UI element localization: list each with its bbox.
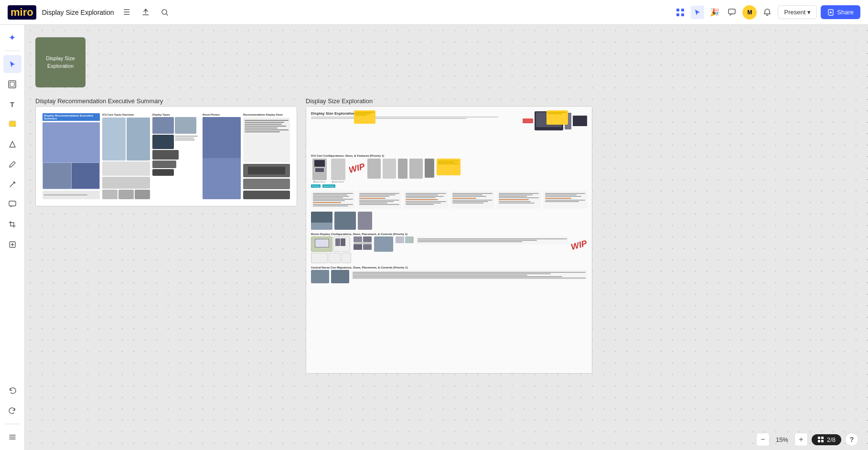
sidebar-bottom	[3, 382, 21, 446]
topbar-left: miro Display Size Exploration ☰	[8, 5, 171, 20]
svg-rect-6	[9, 81, 16, 88]
canvas[interactable]: Display Size Exploration Display Recomme…	[25, 25, 868, 450]
sidebar-tool-embed[interactable]	[3, 236, 21, 254]
bottombar: − 15% + 2/8 ?	[25, 429, 868, 450]
zoom-level-display: 15%	[773, 436, 791, 443]
sidebar-tool-crop[interactable]	[3, 215, 21, 234]
sidebar-tool-connector[interactable]	[3, 175, 21, 193]
wip-text-1: WIP	[348, 161, 366, 175]
sidebar-separator-bottom	[5, 424, 20, 424]
zoom-out-button[interactable]: −	[756, 433, 770, 446]
thumbnail-card[interactable]: Display Size Exploration	[35, 37, 86, 87]
sidebar-separator-1	[5, 51, 20, 51]
user-avatar[interactable]: M	[742, 5, 757, 20]
help-button[interactable]: ?	[845, 433, 858, 446]
svg-rect-13	[818, 440, 820, 442]
sidebar-tool-redo[interactable]	[3, 402, 21, 420]
svg-rect-9	[9, 201, 16, 206]
sidebar-tool-select[interactable]	[3, 55, 21, 73]
frame2[interactable]: Display Size Exploration	[306, 106, 592, 374]
export-icon[interactable]	[139, 6, 152, 19]
celebrate-icon[interactable]: 🎉	[708, 6, 721, 19]
sidebar-tool-undo[interactable]	[3, 382, 21, 400]
sidebar-tool-shapes[interactable]	[3, 135, 21, 153]
svg-rect-11	[818, 437, 820, 439]
svg-rect-3	[676, 13, 679, 16]
sidebar-tool-frames[interactable]	[3, 75, 21, 93]
present-button[interactable]: Present ▾	[778, 5, 817, 19]
svg-rect-5	[729, 9, 735, 14]
share-button[interactable]: Share	[821, 5, 860, 19]
bell-icon[interactable]	[761, 6, 774, 19]
comment-icon[interactable]	[725, 6, 739, 19]
sidebar-tool-magic[interactable]: ✦	[3, 29, 21, 47]
sidebar-tool-pen[interactable]	[3, 155, 21, 173]
svg-rect-2	[681, 9, 684, 11]
svg-rect-12	[821, 437, 824, 439]
frame1-label: Display Recommendation Executive Summary	[35, 97, 163, 105]
sidebar-tool-layout[interactable]	[3, 428, 21, 446]
svg-rect-1	[676, 9, 679, 11]
zoom-in-button[interactable]: +	[794, 433, 808, 446]
apps-grid-icon[interactable]	[674, 6, 687, 19]
svg-rect-14	[821, 440, 824, 442]
frame2-inner: Display Size Exploration	[306, 107, 592, 373]
miro-logo: miro	[8, 5, 36, 20]
topbar: miro Display Size Exploration ☰ 🎉 M	[0, 0, 868, 25]
frame2-label: Display Size Exploration	[306, 97, 373, 105]
search-icon[interactable]	[158, 6, 171, 19]
wip-text-2: WIP	[570, 238, 588, 252]
frame1[interactable]: Display Recommendation Executive Summary	[35, 106, 297, 206]
topbar-right: 🎉 M Present ▾ Share	[674, 5, 860, 20]
board-title: Display Size Exploration	[42, 9, 114, 16]
present-dropdown-icon: ▾	[807, 9, 811, 16]
sidebar-tool-sticky[interactable]	[3, 115, 21, 133]
menu-icon[interactable]: ☰	[120, 6, 133, 19]
left-sidebar: ✦ T	[0, 25, 25, 450]
frame1-inner: Display Recommendation Executive Summary	[36, 107, 297, 206]
sidebar-tool-text[interactable]: T	[3, 95, 21, 113]
thumbnail-card-text: Display Size Exploration	[35, 51, 86, 74]
page-number: 2/8	[827, 436, 836, 443]
svg-rect-7	[10, 82, 14, 86]
sidebar-tool-comment[interactable]	[3, 195, 21, 214]
page-indicator[interactable]: 2/8	[812, 434, 841, 445]
svg-rect-4	[681, 13, 684, 16]
cursor-mode-icon[interactable]	[691, 6, 704, 19]
